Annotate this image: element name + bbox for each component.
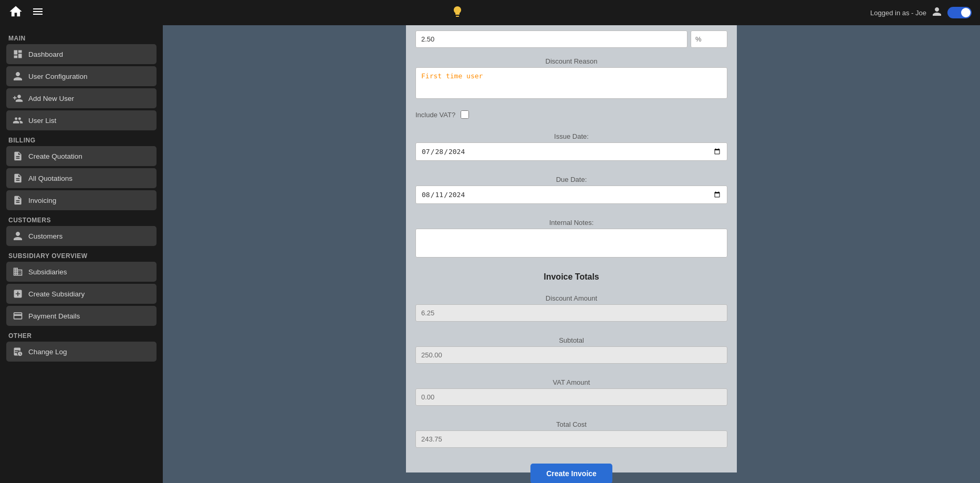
payment-details-icon [13,311,23,321]
sidebar-label-create-subsidiary: Create Subsidiary [28,290,85,298]
sidebar-label-user-configuration: User Configuration [28,73,88,80]
sidebar-item-customers[interactable]: Customers [6,226,157,246]
internal-notes-label: Internal Notes: [415,219,727,227]
discount-reason-section: Discount Reason First time user [406,48,737,106]
user-config-icon [13,71,23,81]
issue-date-section: Issue Date: [406,123,737,166]
due-date-section: Due Date: [406,166,737,209]
section-label-other: Other [6,328,157,342]
sidebar-label-create-quotation: Create Quotation [28,152,82,160]
include-vat-row: Include VAT? [406,106,737,123]
sidebar-item-user-list[interactable]: User List [6,110,157,130]
due-date-input[interactable] [415,186,727,204]
bulb-icon[interactable] [451,5,464,20]
percent-symbol: % [691,35,704,43]
discount-value-input[interactable] [415,30,687,48]
user-icon [932,6,942,19]
change-log-icon [13,346,23,357]
subsidiaries-icon [13,266,23,277]
home-icon[interactable] [8,4,23,21]
all-quotations-icon [13,173,23,183]
discount-amount-input [415,304,727,322]
content-area: % Discount Reason First time user Includ… [163,25,980,483]
sidebar-item-change-log[interactable]: Change Log [6,342,157,362]
sidebar-item-payment-details[interactable]: Payment Details [6,306,157,326]
sidebar-label-all-quotations: All Quotations [28,174,72,182]
subtotal-section: Subtotal [406,327,737,369]
sidebar-label-subsidiaries: Subsidiaries [28,268,67,276]
issue-date-input[interactable] [415,142,727,161]
invoice-totals-header: Invoice Totals [406,265,737,285]
percent-wrapper: % [691,30,727,48]
create-quotation-icon [13,151,23,161]
logged-in-text: Logged in as - Joe [870,9,926,17]
internal-notes-textarea[interactable] [415,229,727,258]
sidebar-label-add-new-user: Add New User [28,95,74,102]
invoicing-icon [13,195,23,205]
create-subsidiary-icon [13,289,23,299]
customers-icon [13,231,23,241]
form-panel: % Discount Reason First time user Includ… [406,25,737,472]
sidebar-label-change-log: Change Log [28,348,67,356]
topbar-left [8,4,44,21]
section-label-main: Main [6,30,157,44]
section-label-subsidiary: Subsidiary Overview [6,248,157,262]
user-list-icon [13,115,23,126]
subtotal-label: Subtotal [415,336,727,344]
vat-amount-label: VAT Amount [415,378,727,386]
sidebar-item-add-new-user[interactable]: Add New User [6,88,157,108]
vat-amount-section: VAT Amount [406,369,737,411]
discount-reason-textarea[interactable]: First time user [415,67,727,99]
sidebar-item-dashboard[interactable]: Dashboard [6,44,157,64]
include-vat-label: Include VAT? [415,111,455,119]
sidebar-item-all-quotations[interactable]: All Quotations [6,168,157,188]
discount-amount-label: Discount Amount [415,294,727,302]
toggle-knob [961,8,971,17]
sidebar-item-create-quotation[interactable]: Create Quotation [6,146,157,166]
add-user-icon [13,93,23,104]
sidebar-item-subsidiaries[interactable]: Subsidiaries [6,262,157,282]
create-invoice-button[interactable]: Create Invoice [530,464,612,483]
vat-amount-input [415,388,727,406]
main-layout: Main Dashboard User Configuration Add Ne… [0,25,980,483]
sidebar-label-dashboard: Dashboard [28,50,63,58]
sidebar-label-invoicing: Invoicing [28,197,56,204]
sidebar-label-user-list: User List [28,117,56,125]
topbar-right: Logged in as - Joe [870,6,972,19]
total-cost-label: Total Cost [415,420,727,428]
sidebar-label-customers: Customers [28,232,62,240]
hamburger-icon[interactable] [32,5,44,20]
due-date-label: Due Date: [415,176,727,183]
sidebar: Main Dashboard User Configuration Add Ne… [0,25,163,483]
sidebar-item-invoicing[interactable]: Invoicing [6,190,157,210]
topbar: Logged in as - Joe [0,0,980,25]
discount-top-row: % [406,25,737,48]
internal-notes-section: Internal Notes: [406,209,737,265]
subtotal-input [415,346,727,364]
sidebar-item-create-subsidiary[interactable]: Create Subsidiary [6,284,157,304]
dashboard-icon [13,49,23,59]
sidebar-label-payment-details: Payment Details [28,312,80,320]
issue-date-label: Issue Date: [415,132,727,140]
section-label-customers: Customers [6,212,157,226]
include-vat-checkbox[interactable] [461,110,469,119]
discount-amount-section: Discount Amount [406,285,737,327]
section-label-billing: Billing [6,132,157,146]
sidebar-item-user-configuration[interactable]: User Configuration [6,66,157,86]
discount-reason-label: Discount Reason [415,57,727,65]
total-cost-section: Total Cost [406,411,737,453]
topbar-center [451,5,464,20]
total-cost-input [415,430,727,448]
percent-spinner[interactable] [704,35,720,43]
theme-toggle[interactable] [947,7,972,18]
